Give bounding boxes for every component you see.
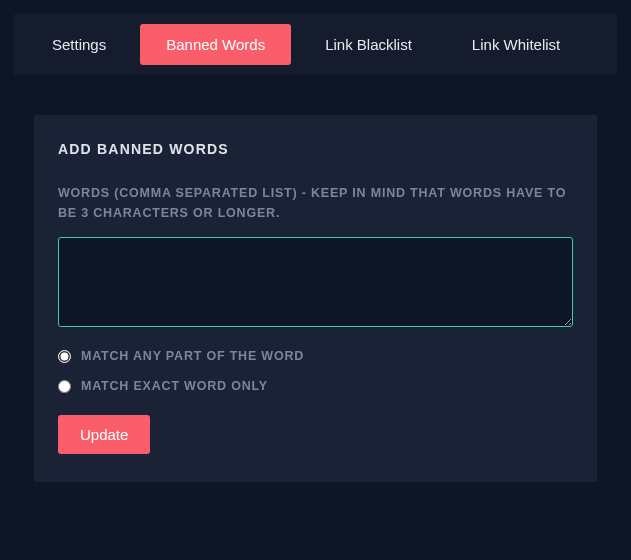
add-banned-words-panel: Add Banned Words Words (comma separated …: [34, 115, 597, 482]
tab-settings[interactable]: Settings: [26, 24, 132, 65]
radio-match-any-label: Match any part of the word: [81, 349, 304, 363]
banned-words-input[interactable]: [58, 237, 573, 327]
tabs-nav: Settings Banned Words Link Blacklist Lin…: [14, 14, 617, 75]
tab-banned-words[interactable]: Banned Words: [140, 24, 291, 65]
radio-match-any[interactable]: Match any part of the word: [58, 349, 573, 363]
radio-match-any-input[interactable]: [58, 350, 71, 363]
tab-link-blacklist[interactable]: Link Blacklist: [299, 24, 438, 65]
update-button[interactable]: Update: [58, 415, 150, 454]
radio-match-exact-label: Match exact word only: [81, 379, 268, 393]
words-field-label: Words (comma separated list) - Keep in m…: [58, 183, 573, 223]
radio-match-exact[interactable]: Match exact word only: [58, 379, 573, 393]
tab-link-whitelist[interactable]: Link Whitelist: [446, 24, 586, 65]
panel-title: Add Banned Words: [58, 141, 573, 157]
radio-match-exact-input[interactable]: [58, 380, 71, 393]
